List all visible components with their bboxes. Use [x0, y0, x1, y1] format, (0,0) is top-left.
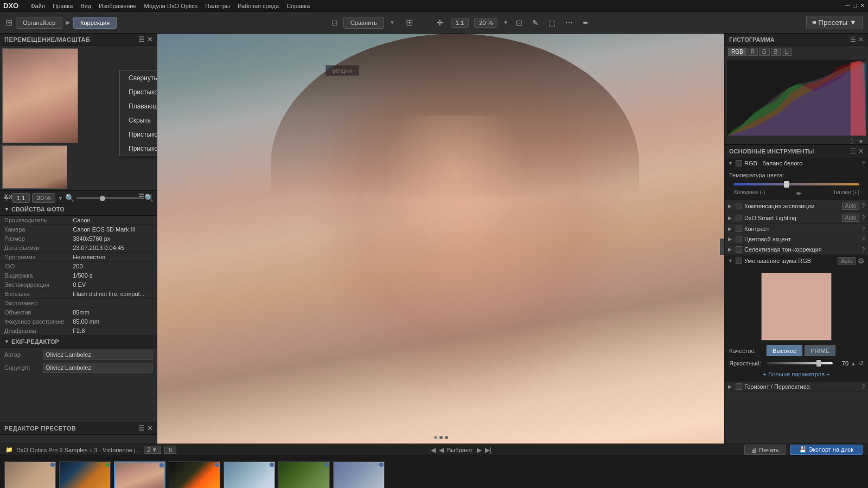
film-prev-btn[interactable]: ◀: [439, 446, 444, 454]
menu-palettes[interactable]: Палитры: [205, 3, 230, 9]
exposure-auto-btn[interactable]: Auto: [842, 202, 860, 210]
zoom-add-icon[interactable]: ✛: [3, 194, 10, 202]
hist-tab-rgb[interactable]: RGB: [728, 48, 746, 56]
brush-tool[interactable]: ✎: [530, 17, 541, 28]
menu-help[interactable]: Справка: [286, 3, 310, 9]
histogram-menu-icon[interactable]: ☰: [850, 36, 856, 43]
menu-image[interactable]: Изображение: [99, 3, 136, 9]
presets-panel-close-icon[interactable]: ✕: [147, 425, 153, 432]
compare-button[interactable]: Сравнить: [343, 17, 384, 29]
film-thumb-4[interactable]: 4 - Fire-eater.cr2: [169, 461, 220, 489]
center-image-area[interactable]: рекции: [157, 34, 724, 444]
cursor-tool[interactable]: ✛: [435, 17, 445, 28]
nr-brightness-thumb[interactable]: [816, 360, 821, 367]
horizon-checkbox[interactable]: [736, 383, 742, 390]
wb-expand-icon[interactable]: ▼: [728, 160, 733, 166]
film-thumb-3[interactable]: 3 - Victorienne.jpg: [114, 461, 165, 489]
correction-tab[interactable]: Коррекция: [73, 17, 117, 29]
film-thumb-2[interactable]: 2 - Bosque Sunrise.nef: [59, 461, 111, 489]
contrast-checkbox[interactable]: [736, 226, 742, 232]
wb-slider-thumb[interactable]: [784, 181, 789, 188]
dropdown-item-hide[interactable]: Скрыть: [120, 113, 157, 127]
exif-copyright-input[interactable]: [43, 363, 152, 373]
film-thumb-6[interactable]: 6 - Ladybird.jpg: [278, 461, 330, 489]
export-button[interactable]: 💾 Экспорт на диск: [790, 445, 863, 455]
menu-view[interactable]: Вид: [80, 3, 91, 9]
nr-brightness-reset-icon[interactable]: ↺: [858, 359, 864, 367]
smart-lighting-auto-btn[interactable]: Auto: [842, 214, 860, 222]
nr-brightness-up-icon[interactable]: ▲: [851, 361, 856, 367]
dropdown-item-dock-bottom[interactable]: Пристыковать снизу: [120, 142, 157, 156]
nr-quality-prime-btn[interactable]: PRIME: [805, 345, 835, 356]
smart-lighting-expand-icon[interactable]: ▶: [728, 215, 733, 221]
color-accent-checkbox[interactable]: [736, 236, 742, 242]
dropdown-item-dock-right[interactable]: Пристыковать справа: [120, 85, 157, 99]
zoom-value-display[interactable]: 1:1: [12, 193, 30, 203]
film-thumb-5[interactable]: 5 - Stockholm.jpg: [224, 461, 275, 489]
nr-gear-icon[interactable]: ⚙: [858, 256, 865, 265]
smart-lighting-help-icon[interactable]: ?: [861, 215, 865, 221]
zoom-search-icon[interactable]: 🔍: [144, 194, 154, 202]
presets-panel-menu-icon[interactable]: ☰: [138, 425, 145, 432]
tools-menu-icon[interactable]: ☰: [850, 147, 856, 155]
filter-count-badge[interactable]: 2 ▼: [144, 446, 161, 454]
dropdown-item-collapse[interactable]: Свернуть: [120, 71, 157, 85]
resize-handle[interactable]: [720, 239, 724, 255]
compare-dropdown-icon[interactable]: ▼: [390, 20, 395, 25]
exif-author-input[interactable]: [43, 350, 152, 359]
zoom-panel-menu-icon[interactable]: ☰: [138, 36, 145, 43]
wb-slider-container[interactable]: [733, 181, 859, 188]
zoom-out-icon[interactable]: 🔍: [65, 194, 74, 202]
dropdown-item-dock-top[interactable]: Пристыковать вверху: [120, 127, 157, 142]
zoom-percent[interactable]: 20 %: [474, 18, 497, 28]
selective-tone-help-icon[interactable]: ?: [861, 247, 865, 253]
hist-tab-g[interactable]: G: [759, 48, 770, 56]
selective-tone-checkbox[interactable]: [736, 246, 742, 253]
nr-quality-high-btn[interactable]: Высокое: [767, 345, 802, 356]
window-minimize[interactable]: ─: [846, 2, 850, 9]
zoom-slider[interactable]: [76, 197, 142, 199]
wb-help-icon[interactable]: ?: [861, 160, 865, 166]
window-close[interactable]: ✕: [860, 2, 865, 9]
horizon-expand-icon[interactable]: ▶: [728, 384, 733, 389]
zoom-thumb-small[interactable]: [2, 145, 67, 189]
film-play-btn[interactable]: ▶: [477, 446, 482, 454]
grid-view-icon[interactable]: ⊞: [406, 17, 413, 28]
contrast-help-icon[interactable]: ?: [861, 226, 865, 232]
histogram-sun-icon[interactable]: ✦: [858, 138, 864, 145]
wb-eyedrop-icon[interactable]: ✒: [796, 189, 802, 198]
zoom-thumb-main[interactable]: [2, 48, 78, 143]
color-accent-help-icon[interactable]: ?: [861, 236, 865, 242]
zoom-panel-close-icon[interactable]: ✕: [147, 36, 153, 43]
dotted-select-tool[interactable]: ⋯: [563, 17, 575, 28]
menu-modules[interactable]: Модули DxO Optics: [144, 3, 198, 9]
histogram-close-icon[interactable]: ✕: [858, 36, 864, 43]
zoom-dropdown-icon[interactable]: ▼: [503, 20, 508, 25]
select-tool[interactable]: ⬚: [546, 17, 558, 28]
hist-tab-l[interactable]: L: [782, 48, 792, 56]
selective-tone-expand-icon[interactable]: ▶: [728, 247, 733, 252]
contrast-expand-icon[interactable]: ▶: [728, 226, 733, 232]
exif-editor-section-title[interactable]: ▼ EXIF-редактор: [0, 336, 157, 348]
smart-lighting-checkbox[interactable]: [736, 215, 742, 221]
menu-file[interactable]: Файл: [30, 3, 45, 9]
zoom-percent-display[interactable]: 20 %: [32, 193, 55, 203]
nr-auto-btn[interactable]: Auto: [838, 257, 856, 265]
print-button[interactable]: 🖨 Печать: [744, 445, 786, 455]
menu-workspace[interactable]: Рабочая среда: [238, 3, 279, 9]
nr-more-params[interactable]: + Больше параметров +: [725, 369, 868, 380]
presets-button[interactable]: ≡ Пресеты ▼: [806, 16, 863, 29]
nr-checkbox[interactable]: [736, 258, 742, 264]
film-first-btn[interactable]: |◀: [429, 446, 436, 454]
color-accent-expand-icon[interactable]: ▶: [728, 236, 733, 242]
dropdown-item-float[interactable]: Плавающая: [120, 99, 157, 113]
horizon-help-icon[interactable]: ?: [861, 384, 865, 390]
nr-expand-icon[interactable]: ▼: [728, 258, 733, 264]
histogram-moon-icon[interactable]: ☽: [848, 138, 854, 145]
sort-button[interactable]: ⇅: [164, 446, 176, 454]
crop-tool[interactable]: ⊡: [514, 17, 525, 28]
tools-close-icon[interactable]: ✕: [858, 147, 864, 155]
zoom-1to1[interactable]: 1:1: [451, 18, 469, 28]
exposure-help-icon[interactable]: ?: [861, 203, 865, 209]
wb-checkbox[interactable]: [736, 160, 742, 166]
